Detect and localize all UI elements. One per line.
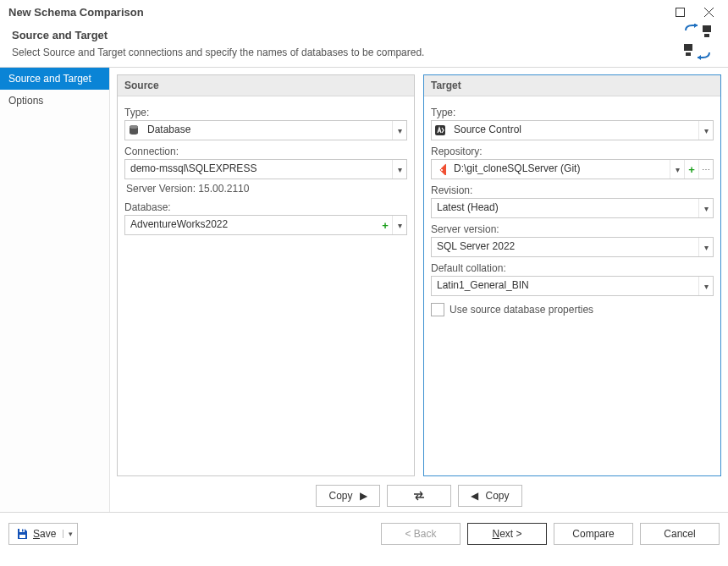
next-button[interactable]: Next > xyxy=(467,523,547,545)
target-repository-label: Repository: xyxy=(431,146,714,157)
source-database-label: Database: xyxy=(124,201,407,213)
window-title: New Schema Comparison xyxy=(8,6,144,19)
plus-icon[interactable]: + xyxy=(684,160,698,179)
target-repository-value: D:\git_cloneSQLServer (Git) xyxy=(449,160,670,179)
title-bar: New Schema Comparison xyxy=(0,0,728,24)
chevron-down-icon[interactable]: ▾ xyxy=(698,199,713,217)
source-panel-title: Source xyxy=(118,75,414,96)
chevron-down-icon[interactable]: ▾ xyxy=(698,121,713,140)
sidebar-item-label: Source and Target xyxy=(8,73,91,85)
target-default-collation-value: Latin1_General_BIN xyxy=(432,277,698,295)
svg-marker-8 xyxy=(698,55,701,60)
chevron-down-icon[interactable]: ▾ xyxy=(698,238,713,256)
target-default-collation-dropdown[interactable]: Latin1_General_BIN ▾ xyxy=(431,276,714,296)
source-connection-dropdown[interactable]: demo-mssql\SQLEXPRESS ▾ xyxy=(124,159,407,179)
target-repository-dropdown[interactable]: D:\git_cloneSQLServer (Git) ▾ + ⋯ xyxy=(431,159,714,179)
use-source-db-properties-checkbox[interactable] xyxy=(431,303,444,316)
arrow-right-icon: ▶ xyxy=(360,490,367,502)
svg-rect-18 xyxy=(19,535,25,538)
svg-rect-5 xyxy=(684,44,692,51)
button-label: Next > xyxy=(492,528,521,540)
svg-point-10 xyxy=(130,125,138,129)
header-illustration xyxy=(679,24,716,61)
source-database-dropdown[interactable]: AdventureWorks2022 + ▾ xyxy=(124,215,407,235)
page-subtitle: Select Source and Target connections and… xyxy=(12,47,716,58)
sidebar-item-label: Options xyxy=(8,95,43,107)
compare-button[interactable]: Compare xyxy=(554,523,633,545)
svg-rect-3 xyxy=(703,25,711,32)
chevron-down-icon[interactable]: ▾ xyxy=(392,216,406,234)
source-type-label: Type: xyxy=(124,107,407,118)
copy-to-target-button[interactable]: Copy ▶ xyxy=(316,485,380,507)
save-split-button[interactable]: Save ▾ xyxy=(8,523,78,545)
button-label: Compare xyxy=(572,528,614,540)
target-revision-dropdown[interactable]: Latest (Head) ▾ xyxy=(431,198,714,218)
button-label: Copy xyxy=(328,490,352,502)
database-icon xyxy=(125,121,142,140)
chevron-down-icon[interactable]: ▾ xyxy=(63,530,77,538)
sidebar-item-options[interactable]: Options xyxy=(0,90,109,112)
cancel-button[interactable]: Cancel xyxy=(640,523,720,545)
chevron-down-icon[interactable]: ▾ xyxy=(392,160,406,179)
source-panel: Source Type: Database ▾ xyxy=(117,74,415,476)
target-default-collation-label: Default collation: xyxy=(431,262,714,274)
target-type-value: Source Control xyxy=(449,121,698,140)
chevron-down-icon[interactable]: ▾ xyxy=(670,160,684,179)
svg-rect-6 xyxy=(686,52,691,56)
chevron-down-icon[interactable]: ▾ xyxy=(698,277,713,295)
window-maximize-button[interactable] xyxy=(665,3,694,21)
button-label: < Back xyxy=(405,528,436,540)
window-close-button[interactable] xyxy=(694,3,723,21)
target-server-version-label: Server version: xyxy=(431,223,714,235)
svg-rect-0 xyxy=(676,8,684,16)
copy-to-source-button[interactable]: ◀ Copy xyxy=(458,485,522,507)
target-type-label: Type: xyxy=(431,107,714,118)
target-revision-value: Latest (Head) xyxy=(432,199,698,217)
footer: Save ▾ < Back Next > Compare Cancel xyxy=(0,512,728,555)
button-label: Cancel xyxy=(664,528,695,540)
target-revision-label: Revision: xyxy=(431,184,714,196)
arrow-left-icon: ◀ xyxy=(471,490,478,502)
source-control-icon xyxy=(432,121,449,140)
transfer-buttons: Copy ▶ ◀ Copy xyxy=(117,476,721,507)
target-panel: Target Type: Source Control ▾ xyxy=(423,74,721,476)
source-database-value: AdventureWorks2022 xyxy=(125,216,378,234)
svg-rect-12 xyxy=(439,164,446,175)
sidebar: Source and Target Options xyxy=(0,68,110,512)
target-type-dropdown[interactable]: Source Control ▾ xyxy=(431,120,714,140)
svg-rect-4 xyxy=(704,34,709,37)
git-icon xyxy=(432,160,449,179)
back-button[interactable]: < Back xyxy=(381,523,461,545)
page-header: Source and Target Select Source and Targ… xyxy=(0,24,728,67)
button-label: Copy xyxy=(485,490,509,502)
swap-icon xyxy=(412,491,426,501)
source-connection-value: demo-mssql\SQLEXPRESS xyxy=(125,160,392,179)
target-panel-title: Target xyxy=(424,75,720,96)
save-icon xyxy=(16,528,28,540)
save-button-label: Save xyxy=(33,528,56,540)
source-server-version-text: Server Version: 15.00.2110 xyxy=(124,179,407,196)
source-connection-label: Connection: xyxy=(124,146,407,157)
chevron-down-icon[interactable]: ▾ xyxy=(392,121,406,140)
target-server-version-value: SQL Server 2022 xyxy=(432,238,698,256)
plus-icon[interactable]: + xyxy=(378,216,392,234)
ellipsis-icon[interactable]: ⋯ xyxy=(698,160,713,179)
swap-button[interactable] xyxy=(387,485,451,507)
svg-rect-17 xyxy=(22,530,24,532)
target-server-version-dropdown[interactable]: SQL Server 2022 ▾ xyxy=(431,237,714,257)
sidebar-item-source-and-target[interactable]: Source and Target xyxy=(0,68,109,90)
page-title: Source and Target xyxy=(12,29,716,41)
source-type-dropdown[interactable]: Database ▾ xyxy=(124,120,407,140)
source-type-value: Database xyxy=(142,121,392,140)
use-source-db-properties-label: Use source database properties xyxy=(449,304,593,316)
